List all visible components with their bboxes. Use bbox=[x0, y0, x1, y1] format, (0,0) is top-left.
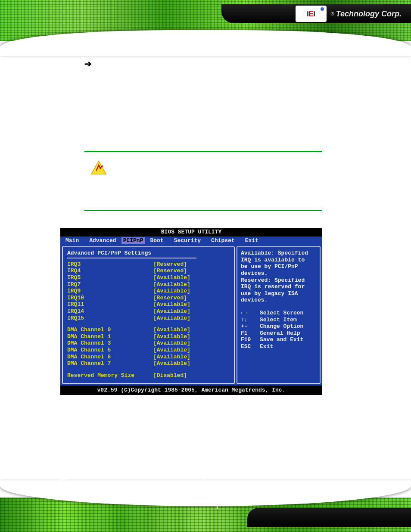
dma-label: DMA Channel 3 bbox=[67, 340, 153, 347]
footer-dark-band bbox=[247, 508, 411, 527]
help-line: be use by PCI/PnP bbox=[241, 263, 316, 270]
warning-icon bbox=[90, 160, 107, 175]
irq-value: [Available] bbox=[153, 315, 190, 322]
nav-label: General Help bbox=[260, 330, 300, 337]
help-line: use by legacy ISA bbox=[241, 290, 316, 297]
nav-label: Exit bbox=[260, 343, 273, 350]
spacer bbox=[67, 367, 230, 372]
nav-label: Change Option bbox=[260, 323, 303, 330]
help-line: devices. bbox=[241, 270, 316, 277]
nav-row: ↑↓Select Item bbox=[241, 317, 316, 324]
tab-main[interactable]: Main bbox=[60, 237, 84, 244]
nav-label: Select Screen bbox=[260, 310, 303, 317]
irq-row[interactable]: IRQ3[Reserved] bbox=[67, 261, 230, 268]
nav-label: Save and Exit bbox=[260, 336, 303, 343]
dma-label: DMA Channel 0 bbox=[67, 327, 153, 333]
logo-letter-i2: i bbox=[313, 9, 315, 19]
nav-row: F1General Help bbox=[241, 330, 316, 337]
bios-footer: v02.59 (C)Copyright 1985-2005, American … bbox=[60, 386, 322, 395]
irq-value: [Reserved] bbox=[153, 268, 187, 274]
help-line: IRQ is available to bbox=[241, 257, 316, 264]
nav-key: ↑↓ bbox=[241, 317, 260, 324]
bios-section-heading: Advanced PCI/PnP Settings bbox=[67, 250, 230, 257]
bios-settings-panel: Advanced PCI/PnP Settings IRQ3[Reserved]… bbox=[62, 246, 235, 384]
dma-label: DMA Channel 5 bbox=[67, 347, 153, 354]
nav-key: F1 bbox=[241, 330, 260, 337]
dma-row[interactable]: DMA Channel 3[Available] bbox=[67, 340, 230, 347]
arrow-right-icon: ➔ bbox=[84, 59, 92, 69]
dma-value: [Available] bbox=[153, 360, 190, 367]
tab-pcipnp[interactable]: PCIPnP bbox=[121, 237, 145, 244]
dma-value: [Available] bbox=[153, 347, 190, 354]
tab-chipset[interactable]: Chipset bbox=[206, 237, 240, 244]
help-line: IRQ is reserved for bbox=[241, 283, 316, 290]
nav-row: F10Save and Exit bbox=[241, 336, 316, 343]
irq-label: IRQ7 bbox=[67, 281, 153, 288]
logo-dot-icon bbox=[321, 7, 324, 11]
irq-row[interactable]: IRQ4[Reserved] bbox=[67, 268, 230, 274]
registered-mark: ® bbox=[331, 11, 334, 16]
tab-security[interactable]: Security bbox=[169, 237, 206, 244]
rule-top bbox=[84, 151, 322, 152]
dma-label: DMA Channel 1 bbox=[67, 333, 153, 340]
help-line: devices. bbox=[241, 297, 316, 304]
bios-heading-rule bbox=[67, 258, 196, 258]
reserved-mem-label: Reserved Memory Size bbox=[67, 372, 153, 379]
spacer bbox=[67, 321, 230, 327]
nav-key: +- bbox=[241, 323, 260, 330]
page-footer-decor bbox=[0, 480, 411, 532]
nav-key: ESC bbox=[241, 343, 260, 350]
irq-value: [Available] bbox=[153, 281, 190, 288]
page-header-decor: iEi ® Technology Corp. bbox=[0, 0, 411, 52]
irq-value: [Available] bbox=[153, 274, 190, 281]
nav-key: F10 bbox=[241, 336, 260, 343]
irq-value: [Available] bbox=[153, 301, 190, 308]
irq-row[interactable]: IRQ11[Available] bbox=[67, 301, 230, 308]
dma-value: [Available] bbox=[153, 333, 190, 340]
irq-row[interactable]: IRQ14[Available] bbox=[67, 308, 230, 315]
irq-row[interactable]: IRQ9[Available] bbox=[67, 288, 230, 295]
irq-value: [Available] bbox=[153, 288, 190, 295]
reserved-mem-value: [Disabled] bbox=[153, 372, 187, 379]
dma-row[interactable]: DMA Channel 7[Available] bbox=[67, 360, 230, 367]
irq-row[interactable]: IRQ15[Available] bbox=[67, 315, 230, 322]
nav-row: ESCExit bbox=[241, 343, 316, 350]
bios-title: BIOS SETUP UTILITY bbox=[60, 228, 322, 236]
dma-row[interactable]: DMA Channel 1[Available] bbox=[67, 333, 230, 340]
tab-advanced[interactable]: Advanced bbox=[84, 237, 121, 244]
dma-row[interactable]: DMA Channel 6[Available] bbox=[67, 354, 230, 361]
dma-value: [Available] bbox=[153, 327, 190, 333]
irq-label: IRQ4 bbox=[67, 268, 153, 274]
irq-row[interactable]: IRQ7[Available] bbox=[67, 281, 230, 288]
help-line: Reserved: Specified bbox=[241, 277, 316, 284]
nav-label: Select Item bbox=[260, 317, 297, 324]
help-line: Available: Specified bbox=[241, 250, 316, 257]
reserved-mem-row[interactable]: Reserved Memory Size[Disabled] bbox=[67, 372, 230, 379]
irq-value: [Available] bbox=[153, 308, 190, 315]
dma-label: DMA Channel 6 bbox=[67, 354, 153, 361]
irq-label: IRQ9 bbox=[67, 288, 153, 295]
irq-label: IRQ5 bbox=[67, 274, 153, 281]
bios-help-panel: Available: Specified IRQ is available to… bbox=[237, 246, 321, 384]
dma-row[interactable]: DMA Channel 0[Available] bbox=[67, 327, 230, 333]
irq-label: IRQ10 bbox=[67, 295, 153, 302]
irq-label: IRQ11 bbox=[67, 301, 153, 308]
irq-label: IRQ3 bbox=[67, 261, 153, 268]
irq-value: [Reserved] bbox=[153, 295, 187, 302]
logo-letter-e: E bbox=[308, 9, 313, 19]
svg-marker-0 bbox=[91, 161, 106, 174]
tab-boot[interactable]: Boot bbox=[145, 237, 168, 244]
irq-row[interactable]: IRQ10[Reserved] bbox=[67, 295, 230, 302]
brand-logo-badge: iEi bbox=[296, 6, 327, 22]
irq-label: IRQ14 bbox=[67, 308, 153, 315]
irq-row[interactable]: IRQ5[Available] bbox=[67, 274, 230, 281]
irq-label: IRQ15 bbox=[67, 315, 153, 322]
dma-row[interactable]: DMA Channel 5[Available] bbox=[67, 347, 230, 354]
brand-name: Technology Corp. bbox=[336, 9, 402, 19]
dma-label: DMA Channel 7 bbox=[67, 360, 153, 367]
bios-nav-legend: ←→Select Screen ↑↓Select Item +-Change O… bbox=[241, 310, 316, 350]
bios-tabs[interactable]: Main Advanced PCIPnP Boot Security Chips… bbox=[60, 236, 322, 245]
tab-exit[interactable]: Exit bbox=[240, 237, 264, 244]
dma-value: [Available] bbox=[153, 340, 190, 347]
dma-value: [Available] bbox=[153, 354, 190, 361]
